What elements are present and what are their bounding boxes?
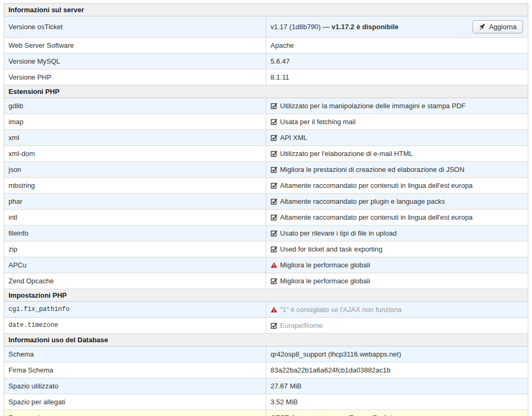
- row-label: Versione osTicket: [4, 16, 266, 38]
- row-value: Migliora le performace globali: [280, 261, 370, 269]
- row-value: CEST (Interpretato come Europe/Berlin): [266, 410, 528, 416]
- row-value: 83a22ba22b1a6a624fcb1da03882ac1b: [266, 362, 528, 378]
- checkbox-checked-icon: [271, 150, 277, 157]
- row-value: Migliora le performace globali: [280, 277, 370, 285]
- section-title-server-info: Informazioni sul server: [4, 4, 528, 16]
- row-value: qr42osp8_support (lhcp3116.webapps.net): [266, 346, 528, 362]
- row-label: gdlib: [4, 98, 266, 114]
- row-label: json: [4, 162, 266, 178]
- checkbox-checked-icon: [271, 166, 277, 173]
- checkbox-checked-icon: [271, 182, 277, 189]
- row-label: APCu: [4, 257, 266, 273]
- update-button-label: Aggiorna: [489, 23, 517, 31]
- row-label: fileinfo: [4, 226, 266, 241]
- table-row-timezone: Fuso orario CEST (Interpretato come Euro…: [4, 410, 528, 416]
- checkbox-checked-icon: [271, 214, 277, 221]
- about-page: Informazioni sul server Versione osTicke…: [0, 0, 532, 416]
- checkbox-checked-icon: [271, 278, 277, 284]
- row-label: phar: [4, 194, 266, 210]
- table-row-space-used: Spazio utilizzato 27.67 MiB: [4, 378, 528, 394]
- table-row-phar: phar Altamente raccomandato per plugin e…: [4, 194, 528, 210]
- table-row-schema: Schema qr42osp8_support (lhcp3116.webapp…: [4, 346, 528, 362]
- rocket-icon: [479, 23, 486, 30]
- row-value: 8.1.11: [266, 70, 528, 85]
- row-value: Altamente raccomandato per contenuti in …: [280, 181, 473, 189]
- row-label: intl: [4, 210, 266, 226]
- row-label: zip: [4, 241, 266, 257]
- checkbox-checked-icon: [271, 246, 277, 253]
- table-row-mbstring: mbstring Altamente raccomandato per cont…: [4, 178, 528, 194]
- row-value: API XML: [280, 134, 307, 142]
- table-row-zend-opcache: Zend Opcache Migliora le performace glob…: [4, 273, 528, 289]
- row-value: Europe/Rome: [280, 322, 322, 330]
- row-label: Spazio per allegati: [4, 394, 266, 410]
- row-label: Firma Schema: [4, 362, 266, 378]
- row-value: Usato per rilevare i tipi di file in upl…: [280, 229, 397, 237]
- table-row-fileinfo: fileinfo Usato per rilevare i tipi di fi…: [4, 226, 528, 241]
- section-title-php-settings: Impostazioni PHP: [4, 289, 528, 302]
- table-row-attachments-space: Spazio per allegati 3.52 MiB: [4, 394, 528, 410]
- section-title-php-extensions: Estensioni PHP: [4, 85, 528, 98]
- checkbox-checked-icon: [271, 230, 277, 237]
- section-header-row: Informazioni sul server: [4, 4, 528, 16]
- row-value: 27.67 MiB: [266, 378, 528, 394]
- table-row-schema-signature: Firma Schema 83a22ba22b1a6a624fcb1da0388…: [4, 362, 528, 378]
- row-label: Zend Opcache: [4, 273, 266, 289]
- table-row-intl: intl Altamente raccomandato per contenut…: [4, 210, 528, 226]
- table-row-apcu: APCu Migliora le performace globali: [4, 257, 528, 273]
- row-label: cgi.fix_pathinfo: [4, 302, 266, 318]
- section-header-row: Estensioni PHP: [4, 85, 528, 98]
- table-row-zip: zip Used for ticket and task exporting: [4, 241, 528, 257]
- osticket-version-value: v1.17 (1d8b790) — v1.17.2 è disponibile: [271, 23, 398, 31]
- table-row-xml-dom: xml-dom Utilizzato per l'elaborazione di…: [4, 146, 528, 162]
- row-value: Usata per il fetching mail: [280, 118, 355, 126]
- row-value: 3.52 MiB: [266, 394, 528, 410]
- row-label: Web Server Software: [4, 38, 266, 54]
- row-label: Spazio utilizzato: [4, 378, 266, 394]
- row-value: "1" è consigliato se l'AJAX non funziona: [280, 306, 402, 314]
- checkbox-checked-icon: [271, 102, 277, 109]
- row-label: Versione MySQL: [4, 54, 266, 70]
- row-label: date.timezone: [4, 318, 266, 334]
- row-value: Altamente raccomandato per plugin e lang…: [280, 197, 445, 205]
- table-row-cgi-fix-pathinfo: cgi.fix_pathinfo "1" è consigliato se l'…: [4, 302, 528, 318]
- table-row-gdlib: gdlib Utilizzato per la manipolazione de…: [4, 98, 528, 114]
- table-row-mysql-version: Versione MySQL 5.6.47: [4, 54, 528, 70]
- table-row-osticket-version: Versione osTicket v1.17 (1d8b790) — v1.1…: [4, 16, 528, 38]
- update-button[interactable]: Aggiorna: [473, 20, 523, 33]
- available-version-text: v1.17.2 è disponibile: [332, 23, 398, 31]
- row-value: Apache: [266, 38, 528, 54]
- table-row-php-version: Versione PHP 8.1.11: [4, 70, 528, 85]
- row-label: xml: [4, 130, 266, 146]
- row-value: Utilizzato per l'elaborazione di e-mail …: [280, 150, 413, 158]
- row-value: Altamente raccomandato per contenuti in …: [280, 213, 473, 221]
- row-value: Used for ticket and task exporting: [280, 245, 382, 253]
- table-row-date-timezone: date.timezone Europe/Rome: [4, 318, 528, 334]
- row-value: Migliora le prestazioni di creazione ed …: [280, 166, 465, 174]
- row-label: Schema: [4, 346, 266, 362]
- section-title-database-info: Informazioni uso del Database: [4, 334, 528, 346]
- checkbox-checked-icon: [271, 134, 277, 141]
- row-label: imap: [4, 114, 266, 130]
- section-header-row: Informazioni uso del Database: [4, 334, 528, 346]
- table-row-webserver: Web Server Software Apache: [4, 38, 528, 54]
- checkbox-checked-icon: [271, 322, 277, 329]
- warning-triangle-icon: [271, 262, 277, 268]
- row-value: Utilizzato per la manipolazione delle im…: [280, 102, 466, 110]
- server-info-table: Informazioni sul server Versione osTicke…: [4, 3, 528, 416]
- row-label: Fuso orario: [4, 410, 266, 416]
- warning-triangle-icon: [271, 306, 277, 313]
- row-label: xml-dom: [4, 146, 266, 162]
- checkbox-checked-icon: [271, 118, 277, 125]
- checkbox-checked-icon: [271, 198, 277, 205]
- table-row-xml: xml API XML: [4, 130, 528, 146]
- row-label: Versione PHP: [4, 70, 266, 85]
- table-row-imap: imap Usata per il fetching mail: [4, 114, 528, 130]
- table-row-json: json Migliora le prestazioni di creazion…: [4, 162, 528, 178]
- row-value: 5.6.47: [266, 54, 528, 70]
- section-header-row: Impostazioni PHP: [4, 289, 528, 302]
- row-label: mbstring: [4, 178, 266, 194]
